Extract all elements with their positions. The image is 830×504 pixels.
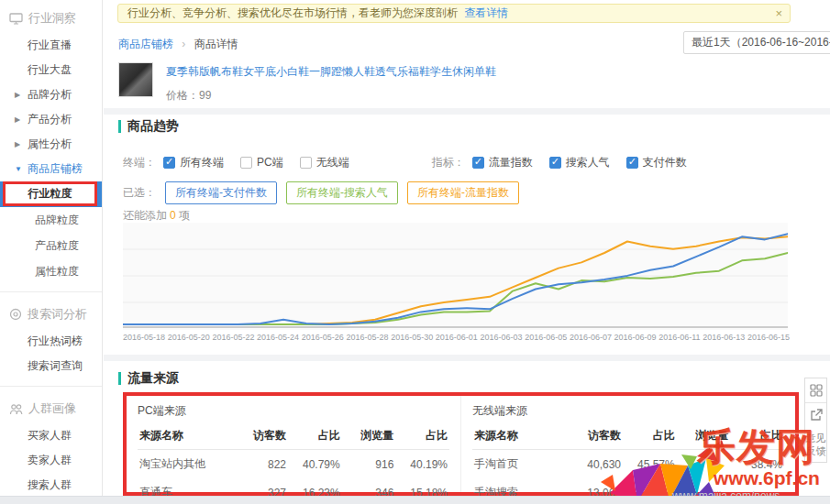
sidebar-subitem-brand-granularity[interactable]: 品牌粒度 <box>0 207 102 233</box>
checkbox-paid-items[interactable]: 支付件数 <box>626 155 687 170</box>
sidebar-item-label: 属性分析 <box>28 137 72 150</box>
sidebar-item-word-query[interactable]: 搜索词查询 <box>0 354 102 378</box>
cell-visitor-share: 40.79% <box>288 450 342 479</box>
trend-line-chart <box>123 223 788 330</box>
checkbox-pc-terminal[interactable]: PC端 <box>240 155 283 170</box>
sidebar-item-industry-live[interactable]: 行业直播 <box>0 33 102 58</box>
sidebar-item-industry-market[interactable]: 行业大盘 <box>0 58 102 82</box>
chevron-down-icon: ▼ <box>15 157 22 181</box>
chevron-right-icon: ▶ <box>15 132 20 157</box>
checkbox-traffic-index[interactable]: 流量指数 <box>472 155 533 170</box>
col-header-view-share: 占比 <box>395 424 449 450</box>
sidebar-item-hot-words[interactable]: 行业热词榜 <box>0 329 102 354</box>
panel-title: PC端来源 <box>138 403 449 419</box>
col-header-visitor-share: 占比 <box>623 424 677 450</box>
sidebar-item-label: 行业直播 <box>28 38 72 51</box>
main-content: 行业分析、竞争分析、搜索优化尽在市场行情，看老师为您深度剖析 查看详情 × 商品… <box>104 0 830 496</box>
cell-view-share: 40.19% <box>395 450 449 479</box>
col-header-views: 浏览量 <box>342 424 396 450</box>
cell-view-share: 38.4% <box>730 450 784 479</box>
remaining-count-text: 还能添加0项 <box>123 208 190 224</box>
checkbox-label: 搜索人气 <box>566 155 610 170</box>
product-thumbnail[interactable] <box>118 62 153 97</box>
close-icon[interactable]: × <box>775 5 782 22</box>
selected-tags-row: 已选： 所有终端-支付件数 所有终端-搜索人气 所有终端-流量指数 <box>123 181 519 204</box>
wireless-source-panel: 无线端来源 来源名称 访客数 占比 浏览量 占比 手淘首页 40,630 45.… <box>460 396 795 492</box>
metric-options: 流量指数 搜索人气 支付件数 <box>472 155 687 170</box>
col-header-source: 来源名称 <box>472 424 569 450</box>
sidebar-section-title: 行业洞察 <box>28 10 76 27</box>
sidebar-item-label: 属性粒度 <box>35 265 79 278</box>
chevron-right-icon: ▶ <box>15 107 20 132</box>
checkbox-icon[interactable] <box>300 157 312 169</box>
sidebar-item-seller-audience[interactable]: 卖家人群 <box>0 448 102 473</box>
qr-code-icon <box>810 384 823 397</box>
sidebar-subitem-product-granularity[interactable]: 产品粒度 <box>0 233 102 258</box>
x-axis-tick: 2016-05-18 <box>123 333 165 342</box>
checkbox-icon[interactable] <box>240 157 252 169</box>
checkbox-label: 支付件数 <box>643 155 687 170</box>
sidebar-section-title: 人群画像 <box>28 400 76 417</box>
tag-all-paid-items[interactable]: 所有终端-支付件数 <box>165 181 277 204</box>
sidebar-item-label: 商品店铺榜 <box>28 162 83 175</box>
col-header-views: 浏览量 <box>677 424 731 450</box>
sidebar-item-label: 搜索人群 <box>28 478 72 491</box>
share-button[interactable] <box>805 402 826 427</box>
x-axis-tick: 2016-05-30 <box>391 333 433 342</box>
checkbox-search-popularity[interactable]: 搜索人气 <box>549 155 610 170</box>
remain-prefix: 还能添加 <box>123 209 167 222</box>
tag-all-traffic-index[interactable]: 所有终端-流量指数 <box>407 181 519 204</box>
divider <box>0 386 102 387</box>
sidebar-item-goods-shop-rank[interactable]: ▼商品店铺榜 <box>0 157 102 181</box>
date-range-picker[interactable]: 最近1天（2016-06-16~2016-06-16） 16 <box>683 31 830 54</box>
sidebar-item-attribute-analysis[interactable]: ▶属性分析 <box>0 132 102 157</box>
x-axis-tick: 2016-05-26 <box>302 333 344 342</box>
checkbox-all-terminals[interactable]: 所有终端 <box>163 155 224 170</box>
sidebar-item-brand-analysis[interactable]: ▶品牌分析 <box>0 82 102 107</box>
view-details-link[interactable]: 查看详情 <box>464 6 508 19</box>
pc-source-table: 来源名称 访客数 占比 浏览量 占比 淘宝站内其他 822 40.79% 916… <box>138 424 449 504</box>
remain-suffix: 项 <box>179 209 190 222</box>
col-header-visitors: 访客数 <box>569 424 623 450</box>
product-title-link[interactable]: 夏季韩版帆布鞋女平底小白鞋一脚蹬懒人鞋透气乐福鞋学生休闲单鞋 <box>166 64 496 80</box>
sidebar-item-label: 卖家人群 <box>28 454 72 466</box>
x-axis-tick: 2016-06-07 <box>570 333 612 342</box>
sidebar-item-search-audience[interactable]: 搜索人群 <box>0 473 102 498</box>
feedback-button[interactable]: 意见反馈 <box>805 427 826 462</box>
divider <box>0 291 102 292</box>
pc-source-panel: PC端来源 来源名称 访客数 占比 浏览量 占比 淘宝站内其他 822 40.7… <box>127 396 460 492</box>
chevron-right-icon: ▶ <box>15 82 20 107</box>
sidebar-item-buyer-audience[interactable]: 买家人群 <box>0 423 102 448</box>
sidebar-section-title: 搜索词分析 <box>28 306 87 323</box>
divider <box>104 108 830 115</box>
qr-code-button[interactable] <box>805 378 826 402</box>
sidebar-subitem-attribute-granularity[interactable]: 属性粒度 <box>0 258 102 284</box>
cell-views <box>677 450 731 479</box>
trend-controls: 终端： 所有终端 PC端 无线端 指标： 流量指数 搜索人气 支付件数 <box>123 155 812 170</box>
sidebar-item-product-analysis[interactable]: ▶产品分析 <box>0 107 102 132</box>
cell-source: 淘宝站内其他 <box>138 450 234 479</box>
tag-all-search-popularity[interactable]: 所有终端-搜索人气 <box>286 181 398 204</box>
section-title-text: 商品趋势 <box>127 118 179 135</box>
wireless-source-table: 来源名称 访客数 占比 浏览量 占比 手淘首页 40,630 45.57% 38… <box>472 424 784 504</box>
product-summary: 夏季韩版帆布鞋女平底小白鞋一脚蹬懒人鞋透气乐福鞋学生休闲单鞋 价格：99 <box>118 60 812 104</box>
monitor-icon <box>9 13 23 25</box>
x-axis-tick: 2016-06-01 <box>436 333 478 342</box>
col-header-source: 来源名称 <box>138 424 234 450</box>
checkbox-icon[interactable] <box>549 157 561 169</box>
section-accent-bar <box>118 120 121 133</box>
sidebar-section-industry-insight: 行业洞察 <box>0 4 102 33</box>
annotation-box-tables: PC端来源 来源名称 访客数 占比 浏览量 占比 淘宝站内其他 822 40.7… <box>123 392 799 496</box>
x-axis-tick: 2016-05-24 <box>257 333 299 342</box>
breadcrumb-parent-link[interactable]: 商品店铺榜 <box>118 38 173 50</box>
checkbox-wireless-terminal[interactable]: 无线端 <box>300 155 349 170</box>
checkbox-icon[interactable] <box>626 157 638 169</box>
checkbox-icon[interactable] <box>472 157 484 169</box>
col-header-view-share: 占比 <box>730 424 784 450</box>
sidebar-subitem-industry-granularity[interactable]: 行业粒度 <box>0 181 102 207</box>
x-axis-tick: 2016-05-22 <box>212 333 254 342</box>
trend-chart-svg <box>123 223 788 330</box>
checkbox-icon[interactable] <box>163 157 175 169</box>
x-axis-tick: 2016-06-09 <box>614 333 657 342</box>
col-header-visitor-share: 占比 <box>288 424 342 450</box>
